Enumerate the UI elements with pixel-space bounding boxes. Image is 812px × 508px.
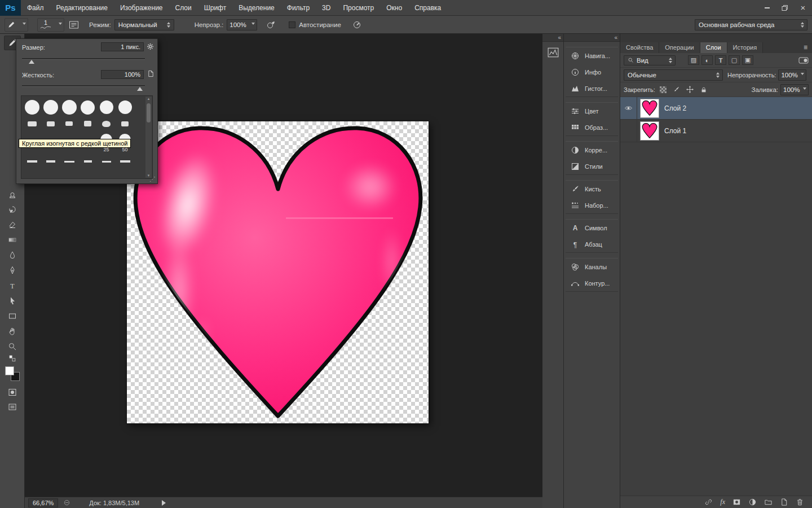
filter-pixel-layers-icon[interactable]: ▨ bbox=[688, 55, 699, 65]
blend-mode-select[interactable]: Нормальный bbox=[114, 19, 174, 30]
layer-row-sloy1[interactable]: Слой 1 bbox=[620, 120, 812, 142]
blend-mode-dropdown[interactable]: Обычные bbox=[624, 69, 723, 81]
brush-preset[interactable] bbox=[116, 98, 134, 116]
layer-name[interactable]: Слой 2 bbox=[664, 104, 686, 112]
panel-menu-icon[interactable]: ≡ bbox=[799, 42, 812, 53]
menu-type[interactable]: Шрифт bbox=[198, 0, 232, 16]
popup-resize-grip[interactable]: ⋰ bbox=[149, 176, 156, 183]
minimize-button[interactable] bbox=[758, 0, 776, 16]
menu-help[interactable]: Справка bbox=[408, 0, 447, 16]
brush-preset[interactable] bbox=[23, 117, 41, 130]
filter-adjustment-layers-icon[interactable]: ◐ bbox=[701, 55, 713, 65]
color-swatches[interactable] bbox=[4, 365, 21, 383]
adjustment-layer-icon[interactable] bbox=[748, 498, 757, 506]
screen-mode-button[interactable] bbox=[4, 400, 21, 414]
eraser-tool[interactable] bbox=[4, 217, 21, 232]
fill-dropdown[interactable]: 100% bbox=[780, 84, 809, 95]
shape-tool[interactable] bbox=[4, 309, 21, 323]
hardness-slider-thumb[interactable] bbox=[137, 87, 143, 91]
brush-preset[interactable] bbox=[41, 117, 60, 130]
size-input[interactable] bbox=[101, 42, 144, 51]
new-preset-icon[interactable] bbox=[147, 70, 155, 77]
brush-preset[interactable] bbox=[23, 98, 41, 116]
close-button[interactable]: × bbox=[794, 0, 812, 16]
brush-preset[interactable] bbox=[78, 117, 97, 130]
brush-preset[interactable] bbox=[60, 117, 78, 130]
filter-smart-objects-icon[interactable]: ▣ bbox=[742, 55, 753, 65]
tab-layers[interactable]: Слои bbox=[700, 42, 727, 53]
dock-item-swatches[interactable]: Образ... bbox=[566, 119, 618, 135]
brush-preset[interactable] bbox=[97, 155, 116, 168]
brush-preset[interactable] bbox=[116, 155, 134, 168]
dock-item-navigator[interactable]: Навига... bbox=[566, 47, 618, 64]
dock-item-adjustments[interactable]: Корре... bbox=[566, 142, 618, 158]
gear-icon[interactable] bbox=[146, 42, 155, 51]
collapsed-panel-icon[interactable] bbox=[546, 47, 560, 59]
layer-thumbnail[interactable] bbox=[640, 121, 659, 141]
menu-filter[interactable]: Фильтр bbox=[281, 0, 316, 16]
dock-item-color[interactable]: Цвет bbox=[566, 103, 618, 119]
brush-preset[interactable] bbox=[97, 98, 116, 116]
status-flyout-arrow-icon[interactable] bbox=[162, 500, 166, 506]
default-colors-icon[interactable] bbox=[4, 353, 21, 364]
menu-layers[interactable]: Слои bbox=[169, 0, 198, 16]
new-layer-icon[interactable] bbox=[780, 498, 788, 506]
menu-file[interactable]: Файл bbox=[21, 0, 50, 16]
tablet-pressure-icon[interactable] bbox=[266, 20, 276, 29]
lock-position-icon[interactable] bbox=[685, 85, 696, 95]
type-tool[interactable]: T bbox=[4, 278, 21, 293]
auto-erase-checkbox[interactable] bbox=[289, 21, 295, 28]
dock-item-brush-presets[interactable]: Набор... bbox=[566, 197, 618, 213]
size-slider[interactable] bbox=[22, 58, 145, 60]
menu-select[interactable]: Выделение bbox=[232, 0, 281, 16]
document-canvas[interactable] bbox=[127, 121, 429, 423]
brush-preset[interactable] bbox=[41, 155, 60, 168]
layer-thumbnail[interactable] bbox=[640, 99, 659, 118]
brush-preset[interactable] bbox=[78, 155, 97, 168]
brush-preset[interactable] bbox=[41, 98, 60, 116]
filter-type-layers-icon[interactable]: T bbox=[715, 55, 726, 65]
brush-preset[interactable] bbox=[78, 98, 97, 116]
link-layers-icon[interactable] bbox=[704, 498, 713, 506]
size-slider-thumb[interactable] bbox=[29, 60, 34, 64]
layer-name[interactable]: Слой 1 bbox=[664, 127, 686, 135]
menu-edit[interactable]: Редактирование bbox=[50, 0, 114, 16]
brush-preset-picker[interactable]: 1 bbox=[37, 18, 64, 32]
add-mask-icon[interactable] bbox=[732, 498, 741, 506]
workspace-select[interactable]: Основная рабочая среда bbox=[695, 19, 807, 30]
blur-tool[interactable] bbox=[4, 248, 21, 262]
tab-properties[interactable]: Свойства bbox=[620, 42, 659, 53]
restore-button[interactable] bbox=[776, 0, 794, 16]
smoothing-icon[interactable] bbox=[352, 20, 361, 29]
delete-layer-icon[interactable] bbox=[796, 498, 804, 506]
history-brush-tool[interactable] bbox=[4, 202, 21, 217]
brush-preset[interactable] bbox=[23, 155, 41, 168]
path-selection-tool[interactable] bbox=[4, 294, 21, 308]
dock-item-character[interactable]: A Символ bbox=[566, 220, 618, 236]
expand-strip-button[interactable]: « bbox=[542, 34, 563, 42]
brush-preset[interactable] bbox=[60, 98, 78, 116]
hardness-slider[interactable] bbox=[22, 85, 145, 87]
expand-dock-button[interactable]: « bbox=[564, 34, 620, 42]
new-group-icon[interactable] bbox=[764, 498, 773, 506]
filter-toggle-icon[interactable] bbox=[798, 57, 809, 64]
gradient-tool[interactable] bbox=[4, 233, 21, 247]
menu-image[interactable]: Изображение bbox=[114, 0, 169, 16]
menu-view[interactable]: Просмотр bbox=[337, 0, 380, 16]
dock-item-histogram[interactable]: Гистог... bbox=[566, 80, 618, 97]
tool-preset-picker[interactable] bbox=[5, 18, 28, 32]
clone-stamp-tool[interactable] bbox=[4, 187, 21, 202]
toggle-brush-panel-icon[interactable] bbox=[69, 20, 79, 29]
opacity-select[interactable]: 100% bbox=[227, 19, 257, 30]
preset-grid-scrollbar[interactable]: ▲ ▼ bbox=[145, 97, 152, 178]
pen-tool[interactable] bbox=[4, 263, 21, 278]
layer-opacity-dropdown[interactable]: 100% bbox=[778, 69, 806, 81]
lock-pixels-icon[interactable] bbox=[671, 85, 682, 95]
dock-item-paragraph[interactable]: ¶ Абзац bbox=[566, 236, 618, 252]
zoom-tool[interactable] bbox=[4, 339, 21, 354]
dock-item-styles[interactable]: Стили bbox=[566, 158, 618, 174]
brush-preset[interactable] bbox=[60, 155, 78, 168]
dock-item-channels[interactable]: Каналы bbox=[566, 259, 618, 275]
hand-tool[interactable] bbox=[4, 324, 21, 339]
menu-window[interactable]: Окно bbox=[380, 0, 408, 16]
